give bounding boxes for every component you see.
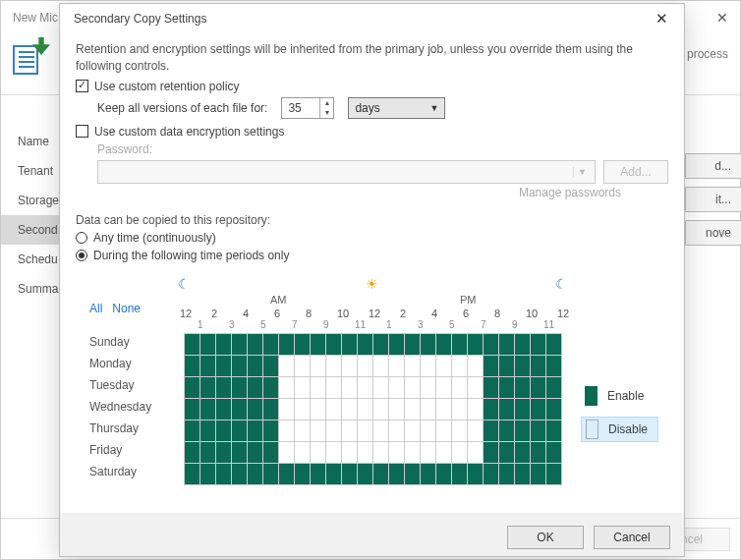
schedule-cell[interactable]: [484, 441, 499, 463]
schedule-cell[interactable]: [279, 420, 295, 441]
schedule-cell[interactable]: [185, 376, 200, 398]
use-encryption-checkbox[interactable]: [76, 125, 88, 138]
schedule-cell[interactable]: [452, 441, 468, 463]
schedule-cell[interactable]: [421, 398, 436, 420]
schedule-cell[interactable]: [515, 420, 531, 441]
schedule-cell[interactable]: [515, 333, 531, 355]
schedule-cell[interactable]: [515, 398, 531, 420]
schedule-cell[interactable]: [358, 355, 373, 376]
schedule-cell[interactable]: [295, 376, 311, 398]
use-retention-checkbox[interactable]: [76, 80, 88, 92]
schedule-cell[interactable]: [531, 333, 546, 355]
schedule-cell[interactable]: [185, 441, 200, 463]
schedule-cell[interactable]: [499, 398, 515, 420]
schedule-cell[interactable]: [279, 376, 295, 398]
schedule-cell[interactable]: [248, 333, 263, 355]
schedule-cell[interactable]: [216, 441, 232, 463]
schedule-cell[interactable]: [263, 376, 279, 398]
schedule-cell[interactable]: [421, 420, 436, 441]
schedule-cell[interactable]: [546, 376, 562, 398]
schedule-cell[interactable]: [389, 463, 405, 484]
schedule-cell[interactable]: [499, 333, 515, 355]
schedule-cell[interactable]: [452, 333, 468, 355]
schedule-cell[interactable]: [358, 441, 373, 463]
schedule-cell[interactable]: [546, 333, 562, 355]
legend-disable[interactable]: Disable: [581, 417, 658, 442]
schedule-cell[interactable]: [216, 463, 232, 484]
schedule-cell[interactable]: [499, 463, 515, 484]
schedule-cell[interactable]: [389, 333, 405, 355]
schedule-cell[interactable]: [248, 441, 263, 463]
schedule-cell[interactable]: [263, 441, 279, 463]
chevron-up-icon[interactable]: ▲: [320, 98, 333, 108]
schedule-cell[interactable]: [468, 441, 484, 463]
wizard-nav-item[interactable]: Name: [1, 127, 60, 156]
schedule-cell[interactable]: [405, 420, 421, 441]
schedule-cell[interactable]: [311, 376, 326, 398]
schedule-cell[interactable]: [373, 441, 389, 463]
schedule-cell[interactable]: [311, 420, 326, 441]
schedule-cell[interactable]: [468, 398, 484, 420]
schedule-cell[interactable]: [421, 333, 436, 355]
schedule-cell[interactable]: [358, 398, 373, 420]
schedule-cell[interactable]: [531, 441, 546, 463]
schedule-cell[interactable]: [499, 441, 515, 463]
schedule-cell[interactable]: [342, 333, 358, 355]
schedule-cell[interactable]: [452, 463, 468, 484]
schedule-cell[interactable]: [436, 420, 452, 441]
schedule-cell[interactable]: [546, 420, 562, 441]
wizard-nav-item[interactable]: Tenant: [1, 156, 60, 186]
schedule-cell[interactable]: [531, 376, 546, 398]
schedule-cell[interactable]: [358, 376, 373, 398]
schedule-cell[interactable]: [200, 398, 216, 420]
schedule-cell[interactable]: [421, 463, 436, 484]
schedule-cell[interactable]: [185, 420, 200, 441]
schedule-cell[interactable]: [248, 420, 263, 441]
schedule-cell[interactable]: [389, 376, 405, 398]
schedule-cell[interactable]: [263, 463, 279, 484]
keep-versions-spinner[interactable]: 35 ▲▼: [281, 97, 334, 119]
schedule-cell[interactable]: [311, 333, 326, 355]
schedule-cell[interactable]: [389, 398, 405, 420]
schedule-cell[interactable]: [499, 355, 515, 376]
select-all-link[interactable]: All: [89, 302, 102, 315]
schedule-cell[interactable]: [468, 333, 484, 355]
schedule-cell[interactable]: [279, 463, 295, 484]
select-none-link[interactable]: None: [112, 302, 141, 315]
anytime-radio[interactable]: [76, 232, 87, 244]
schedule-cell[interactable]: [342, 463, 358, 484]
schedule-cell[interactable]: [484, 420, 499, 441]
schedule-cell[interactable]: [185, 463, 200, 484]
schedule-cell[interactable]: [279, 355, 295, 376]
schedule-cell[interactable]: [468, 355, 484, 376]
schedule-cell[interactable]: [468, 376, 484, 398]
schedule-cell[interactable]: [248, 463, 263, 484]
schedule-cell[interactable]: [279, 441, 295, 463]
wizard-nav-item[interactable]: Schedu…: [1, 245, 60, 274]
schedule-cell[interactable]: [185, 398, 200, 420]
schedule-cell[interactable]: [468, 420, 484, 441]
keep-unit-select[interactable]: days ▼: [348, 97, 445, 119]
schedule-cell[interactable]: [200, 376, 216, 398]
schedule-cell[interactable]: [295, 420, 311, 441]
schedule-cell[interactable]: [389, 441, 405, 463]
schedule-cell[interactable]: [200, 420, 216, 441]
schedule-cell[interactable]: [295, 441, 311, 463]
schedule-cell[interactable]: [452, 376, 468, 398]
schedule-cell[interactable]: [515, 463, 531, 484]
schedule-cell[interactable]: [200, 463, 216, 484]
schedule-cell[interactable]: [295, 333, 311, 355]
schedule-cell[interactable]: [248, 376, 263, 398]
close-icon[interactable]: ✕: [650, 8, 674, 29]
schedule-cell[interactable]: [326, 333, 342, 355]
schedule-cell[interactable]: [436, 355, 452, 376]
close-icon[interactable]: ✕: [716, 1, 728, 35]
schedule-cell[interactable]: [484, 398, 499, 420]
schedule-cell[interactable]: [546, 463, 562, 484]
schedule-cell[interactable]: [358, 420, 373, 441]
schedule-cell[interactable]: [342, 355, 358, 376]
side-button[interactable]: nove: [685, 220, 741, 246]
schedule-cell[interactable]: [436, 463, 452, 484]
schedule-cell[interactable]: [373, 355, 389, 376]
wizard-nav-item[interactable]: Storage: [1, 186, 60, 215]
